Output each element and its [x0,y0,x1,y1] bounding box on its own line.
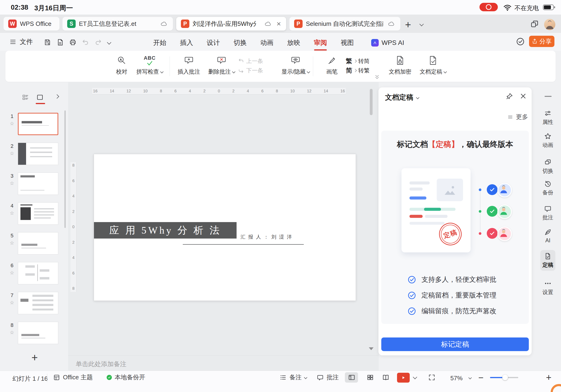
theme-button[interactable]: Office 主题 [53,373,93,381]
sidebar-item-settings[interactable]: 设置 [540,280,555,296]
sidebar-item-comments[interactable]: 批注 [540,205,555,221]
history-clock-icon [544,180,552,187]
slide-thumbnail-3[interactable] [18,173,58,195]
export-document-icon[interactable] [56,39,64,46]
mark-finalized-button[interactable]: 标记定稿 [381,338,529,351]
close-tab-icon[interactable]: × [277,20,281,28]
tab-review[interactable]: 审阅 [314,38,327,47]
save-icon[interactable] [44,39,51,46]
zoom-out-button[interactable]: − [478,373,484,383]
tab-insert[interactable]: 插入 [180,38,193,47]
print-icon[interactable] [69,39,76,46]
slide-editor[interactable]: 应 用 5Why 分 析 法 汇 报 人 ： 刘 湜 洋 [94,154,356,301]
slide-thumbnail-8[interactable] [18,322,58,344]
sidebar-item-ai[interactable]: AI [540,229,555,244]
spell-check-button[interactable]: ABC 拼写检查 [133,55,166,76]
star-icon[interactable]: ☆ [9,210,15,216]
finalize-document-button[interactable]: 文档定稿 [417,55,449,76]
slide-thumbnail-7[interactable] [18,292,58,314]
tab-wps-home[interactable]: W WPS Office [3,17,59,31]
tab-animation[interactable]: 动画 [260,38,273,47]
document-check-icon [544,252,552,260]
canvas-scrollbar[interactable] [370,89,373,115]
notes-toggle-button[interactable]: 备注 [280,373,307,381]
redo-icon[interactable] [95,39,102,46]
tab-view[interactable]: 视图 [341,38,354,47]
local-backup-status[interactable]: 本地备份开 [107,373,145,381]
collapse-pane-icon[interactable] [545,96,552,97]
tab-transition[interactable]: 切换 [234,38,247,47]
pin-pane-icon[interactable] [506,93,513,100]
zoom-level[interactable]: 57% [448,375,465,382]
screen-recording-indicator[interactable] [479,3,498,11]
wps-ai-button[interactable]: WPS AI [371,39,404,46]
user-avatar[interactable] [544,19,555,30]
comment-bubble-icon [317,374,324,381]
notes-area[interactable]: 单击此处添加备注 [68,355,379,371]
delete-comment-button[interactable]: 删除批注 [205,55,238,76]
multi-window-icon[interactable] [530,20,539,29]
proof-complete-icon[interactable] [516,37,525,46]
tab-slideshow[interactable]: 放映 [287,38,300,47]
tab-active-presentation[interactable]: P 刘湜洋作品-应用5Why分 × [176,17,286,31]
theme-icon [53,374,60,381]
simplified-to-traditional-button[interactable]: 简转繁 [346,66,369,75]
slide-thumbnail-2[interactable] [18,143,58,165]
traditional-to-simplified-button[interactable]: 繁转简 [346,56,369,66]
ribbon-expand-icon[interactable] [374,74,380,80]
reading-view-icon[interactable] [382,374,389,381]
slide-thumbnail-5[interactable] [18,232,58,254]
more-options-button[interactable]: 更多 [507,113,528,121]
sidebar-item-animation[interactable]: 动画 [540,132,555,149]
star-icon[interactable]: ☆ [9,330,15,335]
undo-icon[interactable] [82,39,89,46]
slideshow-play-button[interactable] [397,373,410,383]
outline-view-icon[interactable] [22,94,29,101]
star-icon[interactable]: ☆ [9,121,15,126]
share-button[interactable]: 分享 [529,36,554,47]
fit-to-window-icon[interactable] [428,374,436,381]
star-icon[interactable]: ☆ [9,151,15,156]
slide-thumbnail-4[interactable] [18,202,58,225]
slide-thumbnail-6[interactable] [18,262,58,284]
slide-title-banner[interactable]: 应 用 5Why 分 析 法 [94,222,237,239]
show-hide-comments-button[interactable]: 显示/隐藏 [279,55,312,76]
encrypt-document-button[interactable]: 文档加密 [384,55,417,76]
new-tab-button[interactable]: + [405,19,411,31]
close-pane-icon[interactable] [519,92,527,100]
next-comment-button[interactable]: 下一条 [238,66,263,75]
sidebar-item-finalize[interactable]: 定稿 [540,252,555,269]
tab-design[interactable]: 设计 [207,38,220,47]
thumbnail-view-icon[interactable] [36,94,44,101]
slide-panel-scrollbar[interactable] [64,110,66,228]
slide-presenter[interactable]: 汇 报 人 ： 刘 湜 洋 [241,234,292,240]
tab-selenium-doc[interactable]: P Selenium 自动化测试完全指南 [290,17,400,31]
previous-comment-button[interactable]: 上一条 [238,56,263,66]
star-icon[interactable]: ☆ [9,240,15,246]
tab-spreadsheet-doc[interactable]: S ET员工信息登记表.et [63,17,173,31]
scroll-down-arrow-icon[interactable] [369,347,374,350]
star-icon[interactable]: ☆ [9,181,15,186]
comments-toggle-button[interactable]: 批注 [317,373,339,381]
add-slide-button[interactable]: + [32,351,38,364]
slide-number: 6 [9,262,15,269]
sidebar-item-transition[interactable]: 切换 [540,158,555,174]
document-check-icon [428,55,438,66]
slide-sorter-view-icon[interactable] [367,374,374,381]
star-icon[interactable]: ☆ [9,270,15,276]
share-label: 分享 [539,37,552,46]
slide-thumbnail-1[interactable] [18,113,58,135]
star-icon[interactable]: ☆ [9,300,15,305]
approval-check-green-icon [487,206,497,217]
zoom-in-button[interactable]: + [546,372,551,383]
normal-view-icon[interactable] [348,374,356,381]
insert-comment-button[interactable]: 插入批注 [173,55,205,76]
pen-button[interactable]: 画笔 [315,55,348,76]
tab-start[interactable]: 开始 [153,38,166,47]
file-menu-label: 文件 [20,37,33,46]
task-pane-title-button[interactable]: 文档定稿 [385,93,419,102]
sidebar-item-properties[interactable]: 属性 [540,109,555,126]
zoom-slider-thumb[interactable] [502,375,508,380]
file-menu-button[interactable]: 文件 [9,36,33,48]
sidebar-item-backup[interactable]: 备份 [540,180,555,196]
